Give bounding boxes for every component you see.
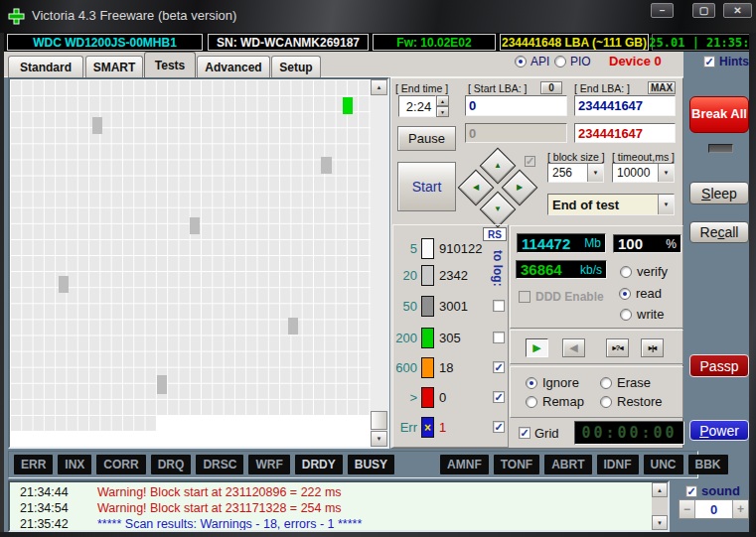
spin-up-icon[interactable]: ▲ [436, 95, 449, 106]
flag-corr: CORR [96, 455, 145, 474]
flag-drdy: DRDY [295, 455, 343, 474]
spin-down-icon[interactable]: ▼ [436, 106, 449, 117]
end-lba-max-button[interactable]: MAX [648, 81, 676, 94]
scan-block-slow-gray [288, 318, 298, 335]
seek-arrow-pad: ▲ ◀ ▶ ▼ [461, 151, 534, 224]
sound-volume-spinner: − 0 + [679, 499, 749, 519]
maximize-icon[interactable]: ▢ [692, 3, 715, 18]
tab-tests[interactable]: Tests [144, 52, 196, 77]
read-radio-row[interactable]: read [619, 286, 662, 301]
sound-checkbox[interactable]: ✓ [685, 485, 697, 497]
start-lba-input[interactable]: 0 [465, 95, 567, 116]
log-entry: 21:34:54Warning! Block start at 23117132… [10, 501, 636, 517]
ignore-radio-row[interactable]: Ignore [526, 375, 579, 390]
close-icon[interactable]: ✕ [723, 3, 752, 18]
recall-button[interactable]: Recall [689, 221, 749, 243]
current-lba-display: 0 [465, 123, 567, 143]
to-log-checkbox-err[interactable]: ✓ [493, 421, 505, 433]
scan-map-panel: ▲ ▼ [8, 77, 389, 449]
dropdown-arrow-icon[interactable]: ▼ [658, 195, 674, 214]
ddd-enable-label: DDD Enable [535, 290, 604, 304]
grid-checkbox[interactable]: ✓ [519, 427, 530, 439]
erase-radio-row[interactable]: Erase [600, 375, 651, 390]
minimize-icon[interactable]: – [651, 3, 674, 18]
legend-row-50: 50 3001 [393, 296, 510, 317]
passp-button[interactable]: Passp [689, 354, 749, 377]
scan-block-slow-gray [92, 117, 102, 134]
start-lba-zero-button[interactable]: 0 [540, 81, 562, 94]
restore-radio-row[interactable]: Restore [600, 394, 663, 409]
volume-minus-icon[interactable]: − [680, 500, 695, 518]
scroll-up-icon[interactable]: ▲ [371, 79, 387, 95]
start-lba-label: [ Start LBA: ] [468, 82, 528, 94]
scan-block-slow-gray [59, 276, 69, 293]
legend-swatch-5 [421, 238, 434, 259]
sleep-button[interactable]: Sleep [689, 182, 749, 204]
scroll-up-icon[interactable]: ▲ [652, 482, 668, 497]
to-log-checkbox-over[interactable]: ✓ [493, 391, 505, 403]
percent-display: 100% [613, 234, 681, 253]
volume-value: 0 [695, 500, 732, 518]
tab-smart[interactable]: SMART [85, 56, 143, 77]
to-log-checkbox-50[interactable] [493, 300, 505, 312]
flag-tonf: TONF [494, 455, 539, 474]
tab-standard[interactable]: Standard [8, 56, 83, 77]
log-entry: 21:34:44Warning! Block start at 23112089… [10, 485, 636, 501]
scroll-thumb[interactable] [371, 411, 387, 430]
app-cross-icon [8, 8, 25, 25]
scan-block-slow-gray [190, 217, 200, 234]
tab-setup[interactable]: Setup [271, 56, 321, 77]
flag-busy: BUSY [348, 455, 394, 474]
rewind-icon[interactable]: ◀ [562, 338, 585, 357]
start-button[interactable]: Start [397, 162, 456, 211]
title-bar: Victoria 4.3 Freeware (beta version) – ▢… [0, 0, 756, 33]
end-time-input[interactable]: 2:24 [398, 95, 436, 117]
dropdown-arrow-icon[interactable]: ▼ [587, 164, 603, 182]
activity-led [708, 144, 733, 153]
legend-swatch-600 [421, 357, 434, 378]
scan-map-scrollbar[interactable]: ▲ ▼ [371, 79, 387, 447]
scroll-down-icon[interactable]: ▼ [652, 515, 668, 530]
end-lba-label: [ End LBA: ] [574, 82, 630, 94]
status-register-bar: ERR INX CORR DRQ DRSC WRF DRDY BUSY AMNF… [8, 451, 698, 478]
volume-plus-icon[interactable]: + [732, 500, 748, 518]
to-log-checkbox-200[interactable] [493, 332, 505, 343]
legend-swatch-over [421, 387, 434, 408]
timeout-select[interactable]: 10000 ▼ [612, 163, 675, 183]
legend-row-err: Err × 1 ✓ [393, 417, 510, 438]
sound-label: sound [701, 483, 740, 498]
pause-button[interactable]: Pause [397, 126, 456, 151]
timeout-label: [ timeout,ms ] [612, 151, 675, 163]
write-radio-row[interactable]: write [620, 307, 664, 322]
end-time-label: [ End time ] [395, 82, 448, 94]
remap-radio-row[interactable]: Remap [526, 394, 584, 409]
hints-checkbox[interactable]: ✓ [703, 56, 715, 67]
tab-advanced[interactable]: Advanced [197, 56, 270, 77]
to-log-checkbox-600[interactable]: ✓ [493, 361, 505, 373]
api-radio[interactable] [515, 56, 527, 67]
log-panel: 21:34:44Warning! Block start at 23112089… [8, 480, 670, 532]
scan-butterfly-icon[interactable]: ▸|◂ [641, 338, 664, 357]
end-time-spinner[interactable]: ▲ ▼ [436, 95, 449, 117]
remaining-lba-display: 234441647 [574, 123, 676, 143]
window-frame-bottom [0, 532, 756, 537]
end-action-select[interactable]: End of test ▼ [547, 194, 675, 215]
drive-serial: SN: WD-WCANMK269187 [208, 34, 369, 51]
dropdown-arrow-icon[interactable]: ▼ [658, 164, 674, 182]
verify-radio-row[interactable]: verify [620, 264, 668, 279]
play-icon[interactable]: ▶ [526, 338, 548, 357]
scroll-down-icon[interactable]: ▼ [371, 431, 387, 447]
scan-question-icon[interactable]: ▸?◂ [606, 338, 629, 357]
drive-capacity: 234441648 LBA (~111 GB) [500, 34, 649, 51]
break-all-button[interactable]: Break All [689, 96, 749, 133]
block-size-select[interactable]: 256 ▼ [547, 163, 604, 183]
log-scrollbar[interactable]: ▲ ▼ [652, 482, 668, 530]
end-lba-input[interactable]: 234441647 [574, 95, 676, 116]
legend-swatch-err: × [421, 417, 434, 438]
pio-radio[interactable] [554, 56, 566, 67]
speed-legend-panel: RS to log: 5 910122 20 2342 50 3001 200 [392, 224, 509, 448]
legend-swatch-200 [421, 328, 434, 348]
flag-amnf: AMNF [440, 455, 489, 474]
device-label: Device 0 [609, 54, 662, 68]
power-button[interactable]: Power [689, 420, 749, 441]
